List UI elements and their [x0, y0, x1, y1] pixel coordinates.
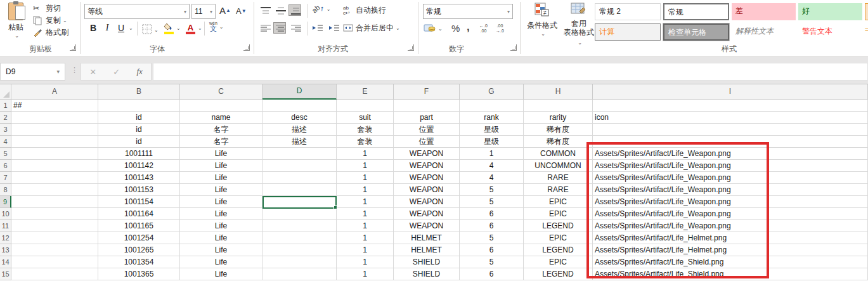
- row-header-14[interactable]: 14: [0, 256, 11, 268]
- comma-style-button[interactable]: ,: [467, 21, 470, 34]
- cell-A5[interactable]: [11, 148, 98, 160]
- row-header-4[interactable]: 4: [0, 136, 11, 148]
- cell-I12[interactable]: Assets/Sprites/Artifact/Life_Helmet.png: [593, 232, 868, 244]
- cell-D3[interactable]: 描述: [262, 124, 337, 136]
- cell-style-warning[interactable]: 警告文本: [798, 23, 862, 41]
- cell-I7[interactable]: Assets/Sprites/Artifact/Life_Weapon.png: [593, 172, 868, 184]
- cell-F14[interactable]: SHIELD: [394, 256, 460, 268]
- row-header-1[interactable]: 1: [0, 100, 11, 112]
- name-box[interactable]: D9 ▾: [0, 63, 65, 81]
- cell-H6[interactable]: UNCOMMON: [524, 160, 593, 172]
- cell-A1[interactable]: ##: [11, 100, 98, 112]
- cell-D12[interactable]: [262, 232, 337, 244]
- cell-F11[interactable]: WEAPON: [394, 220, 460, 232]
- borders-button[interactable]: ⌄: [142, 24, 159, 36]
- fill-color-button[interactable]: ⌄: [164, 23, 181, 34]
- cell-I10[interactable]: Assets/Sprites/Artifact/Life_Weapon.png: [593, 208, 868, 220]
- bold-button[interactable]: B: [87, 23, 99, 33]
- cell-I5[interactable]: Assets/Sprites/Artifact/Life_Weapon.png: [593, 148, 868, 160]
- column-header-F[interactable]: F: [394, 84, 460, 100]
- decrease-font-size-button[interactable]: A▼: [236, 6, 247, 16]
- cell-E7[interactable]: 1: [337, 172, 394, 184]
- cell-A3[interactable]: [11, 124, 98, 136]
- cell-F9[interactable]: WEAPON: [394, 196, 460, 208]
- font-size-select[interactable]: 11▾: [191, 4, 216, 19]
- cell-C10[interactable]: Life: [180, 208, 262, 220]
- cell-E1[interactable]: [337, 100, 394, 112]
- cell-I9[interactable]: Assets/Sprites/Artifact/Life_Weapon.png: [593, 196, 868, 208]
- cell-C9[interactable]: Life: [180, 196, 262, 208]
- row-header-3[interactable]: 3: [0, 124, 11, 136]
- cell-A12[interactable]: [11, 232, 98, 244]
- increase-decimal-button[interactable]: ←.0.00: [479, 23, 488, 34]
- cell-C11[interactable]: Life: [180, 220, 262, 232]
- cell-G7[interactable]: 4: [460, 172, 524, 184]
- cell-A14[interactable]: [11, 256, 98, 268]
- cell-H4[interactable]: 稀有度: [524, 136, 593, 148]
- cell-F13[interactable]: HELMET: [394, 244, 460, 256]
- cell-B15[interactable]: 1001365: [98, 268, 180, 280]
- cell-H9[interactable]: EPIC: [524, 196, 593, 208]
- cell-I6[interactable]: Assets/Sprites/Artifact/Life_Weapon.png: [593, 160, 868, 172]
- cell-E6[interactable]: 1: [337, 160, 394, 172]
- row-header-11[interactable]: 11: [0, 220, 11, 232]
- insert-function-icon[interactable]: fx: [136, 67, 142, 77]
- cell-E11[interactable]: 1: [337, 220, 394, 232]
- row-header-10[interactable]: 10: [0, 208, 11, 220]
- number-format-select[interactable]: 常规▾: [423, 4, 513, 19]
- column-header-C[interactable]: C: [180, 84, 262, 100]
- cell-G1[interactable]: [460, 100, 524, 112]
- alignment-dialog-launcher[interactable]: [408, 44, 414, 51]
- cell-B2[interactable]: id: [98, 112, 180, 124]
- cell-C5[interactable]: Life: [180, 148, 262, 160]
- cell-B3[interactable]: id: [98, 124, 180, 136]
- cell-B5[interactable]: 1001111: [98, 148, 180, 160]
- cell-G5[interactable]: 1: [460, 148, 524, 160]
- cell-F10[interactable]: WEAPON: [394, 208, 460, 220]
- cell-D10[interactable]: [262, 208, 337, 220]
- cell-G14[interactable]: 5: [460, 256, 524, 268]
- cell-F1[interactable]: [394, 100, 460, 112]
- cell-E12[interactable]: 1: [337, 232, 394, 244]
- cell-style-explain[interactable]: 解释性文本: [732, 23, 796, 41]
- column-header-H[interactable]: H: [524, 84, 593, 100]
- align-top-button[interactable]: [259, 5, 270, 15]
- cell-D5[interactable]: [262, 148, 337, 160]
- cell-B12[interactable]: 1001254: [98, 232, 180, 244]
- cell-I11[interactable]: Assets/Sprites/Artifact/Life_Weapon.png: [593, 220, 868, 232]
- cell-D4[interactable]: 描述: [262, 136, 337, 148]
- cell-F6[interactable]: WEAPON: [394, 160, 460, 172]
- cell-H13[interactable]: LEGEND: [524, 244, 593, 256]
- cell-I4[interactable]: [593, 136, 868, 148]
- enter-icon[interactable]: ✓: [113, 67, 120, 77]
- select-all-corner[interactable]: [0, 84, 11, 100]
- cell-H3[interactable]: 稀有度: [524, 124, 593, 136]
- font-dialog-launcher[interactable]: [243, 44, 250, 51]
- align-bottom-button[interactable]: [289, 5, 301, 15]
- cell-F12[interactable]: HELMET: [394, 232, 460, 244]
- cell-B7[interactable]: 1001143: [98, 172, 180, 184]
- cell-I2[interactable]: icon: [593, 112, 868, 124]
- cell-E10[interactable]: 1: [337, 208, 394, 220]
- cell-D13[interactable]: [262, 244, 337, 256]
- format-as-table-button[interactable]: 套用 表格格式⌄: [563, 3, 595, 46]
- conditional-formatting-button[interactable]: ≠ 条件格式 ⌄: [524, 3, 560, 37]
- cell-B10[interactable]: 1001164: [98, 208, 180, 220]
- cell-D11[interactable]: [262, 220, 337, 232]
- cell-D7[interactable]: [262, 172, 337, 184]
- underline-button[interactable]: U⌄: [115, 23, 133, 33]
- cell-H1[interactable]: [524, 100, 593, 112]
- accounting-format-button[interactable]: ⌄: [424, 23, 443, 35]
- cell-G3[interactable]: 星级: [460, 124, 524, 136]
- cell-H2[interactable]: rarity: [524, 112, 593, 124]
- cell-F8[interactable]: WEAPON: [394, 184, 460, 196]
- cell-B13[interactable]: 1001265: [98, 244, 180, 256]
- align-right-button[interactable]: [289, 23, 301, 33]
- column-header-B[interactable]: B: [98, 84, 180, 100]
- cell-F15[interactable]: SHIELD: [394, 268, 460, 280]
- cell-C6[interactable]: Life: [180, 160, 262, 172]
- cell-H11[interactable]: LEGEND: [524, 220, 593, 232]
- cell-E14[interactable]: 1: [337, 256, 394, 268]
- cell-E9[interactable]: 1: [337, 196, 394, 208]
- percent-style-button[interactable]: %: [451, 23, 460, 34]
